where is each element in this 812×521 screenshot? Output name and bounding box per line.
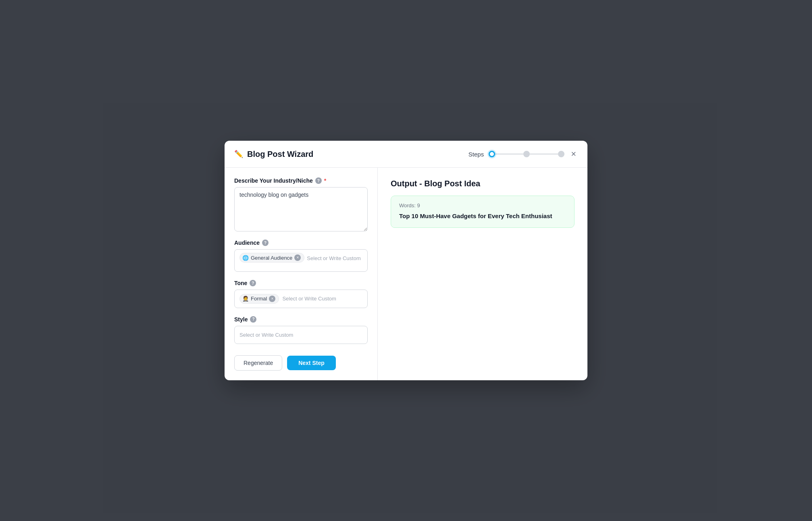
industry-textarea[interactable]: technology blog on gadgets	[234, 187, 368, 231]
style-label-row: Style ?	[234, 316, 368, 323]
tone-tag-text: Formal	[251, 296, 267, 302]
tone-tag-input[interactable]: 🤵 Formal × Select or Write Custom	[234, 290, 368, 308]
audience-label: Audience	[234, 240, 260, 246]
tone-tag-remove[interactable]: ×	[269, 296, 275, 302]
tone-tag: 🤵 Formal ×	[239, 294, 279, 304]
steps-label: Steps	[468, 151, 484, 158]
close-button[interactable]: ×	[569, 148, 578, 160]
audience-label-row: Audience ?	[234, 240, 368, 246]
tone-label-row: Tone ?	[234, 280, 368, 286]
next-step-button[interactable]: Next Step	[287, 356, 336, 370]
step-line-1	[495, 154, 523, 154]
tone-tag-emoji: 🤵	[242, 296, 249, 302]
title-area: ✏️ Blog Post Wizard	[234, 150, 313, 159]
steps-track	[489, 151, 564, 157]
required-star: *	[324, 177, 326, 184]
modal-body: Describe Your Industry/Niche ? * technol…	[225, 168, 587, 380]
audience-tag-input[interactable]: 🌐 General Audience × Select or Write Cus…	[234, 249, 368, 272]
blog-post-wizard-modal: ✏️ Blog Post Wizard Steps ×	[225, 141, 587, 380]
step-line-2	[530, 154, 558, 154]
regenerate-button[interactable]: Regenerate	[234, 355, 282, 371]
steps-area: Steps ×	[468, 148, 578, 160]
right-panel: Output - Blog Post Idea Words: 9 Top 10 …	[378, 168, 587, 380]
audience-placeholder: Select or Write Custom	[307, 253, 360, 264]
tone-field-group: Tone ? 🤵 Formal × Select or Write Custom	[234, 280, 368, 308]
audience-help-icon[interactable]: ?	[262, 240, 269, 246]
style-field-group: Style ? Select or Write Custom	[234, 316, 368, 344]
style-label: Style	[234, 316, 248, 323]
tone-placeholder: Select or Write Custom	[282, 293, 336, 304]
tone-help-icon[interactable]: ?	[250, 280, 256, 286]
audience-tag-remove[interactable]: ×	[294, 254, 301, 261]
industry-label-row: Describe Your Industry/Niche ? *	[234, 177, 368, 184]
modal-header: ✏️ Blog Post Wizard Steps ×	[225, 141, 587, 168]
pencil-icon: ✏️	[234, 150, 243, 158]
audience-tag-emoji: 🌐	[242, 255, 249, 261]
step-3-dot[interactable]	[558, 151, 564, 157]
style-help-icon[interactable]: ?	[250, 316, 256, 323]
audience-field-group: Audience ? 🌐 General Audience × Select o…	[234, 240, 368, 272]
output-words: Words: 9	[399, 202, 566, 208]
left-panel: Describe Your Industry/Niche ? * technol…	[225, 168, 378, 380]
style-input[interactable]: Select or Write Custom	[234, 326, 368, 344]
step-1-dot[interactable]	[489, 151, 495, 157]
output-title: Output - Blog Post Idea	[391, 179, 575, 188]
industry-label: Describe Your Industry/Niche	[234, 177, 313, 184]
modal-overlay: ✏️ Blog Post Wizard Steps ×	[0, 0, 812, 521]
output-card: Words: 9 Top 10 Must-Have Gadgets for Ev…	[391, 196, 575, 228]
footer-buttons: Regenerate Next Step	[234, 355, 368, 371]
industry-field-group: Describe Your Industry/Niche ? * technol…	[234, 177, 368, 231]
output-content: Top 10 Must-Have Gadgets for Every Tech …	[399, 212, 566, 221]
step-2-dot[interactable]	[523, 151, 530, 157]
style-placeholder: Select or Write Custom	[239, 330, 293, 340]
modal-title: Blog Post Wizard	[247, 150, 313, 159]
industry-help-icon[interactable]: ?	[315, 177, 322, 184]
tone-label: Tone	[234, 280, 247, 286]
audience-tag-text: General Audience	[251, 255, 292, 261]
audience-tag: 🌐 General Audience ×	[239, 253, 304, 263]
